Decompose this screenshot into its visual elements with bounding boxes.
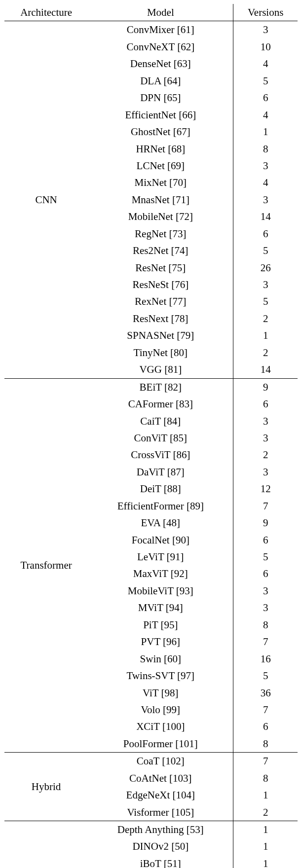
- model-name: CrossViT: [131, 449, 170, 461]
- citation-ref: 86: [176, 449, 187, 461]
- model-name: TinyNet: [134, 347, 168, 359]
- model-cell: MixNet [70]: [88, 174, 233, 191]
- versions-cell: 3: [233, 430, 298, 446]
- model-cell: EfficientNet [66]: [88, 107, 233, 123]
- versions-cell: 3: [233, 413, 298, 430]
- model-name: DeiT: [140, 483, 161, 495]
- citation-ref: 78: [175, 313, 185, 325]
- model-name: EfficientFormer: [117, 500, 184, 512]
- model-cell: RexNet [77]: [88, 293, 233, 310]
- model-name: LCNet: [137, 160, 165, 172]
- model-cell: ResNet [75]: [88, 259, 233, 276]
- architecture-cell: CNN: [4, 21, 88, 378]
- model-cell: LeViT [91]: [88, 548, 233, 565]
- architecture-cell: Transformer: [4, 378, 88, 753]
- versions-cell: 1: [233, 123, 298, 140]
- table-row: FoundationDepth Anything [53]1: [4, 821, 298, 838]
- model-cell: PVT [96]: [88, 633, 233, 650]
- model-cell: CoAtNet [103]: [88, 770, 233, 787]
- citation-ref: 99: [166, 704, 177, 716]
- citation-ref: 53: [190, 824, 200, 835]
- citation-ref: 100: [166, 721, 182, 732]
- model-cell: ResNeSt [76]: [88, 276, 233, 293]
- model-cell: MaxViT [92]: [88, 565, 233, 582]
- citation-ref: 95: [164, 619, 174, 631]
- versions-cell: 3: [233, 21, 298, 38]
- versions-cell: 7: [233, 633, 298, 650]
- versions-cell: 1: [233, 821, 298, 838]
- versions-cell: 2: [233, 446, 298, 463]
- model-cell: EdgeNeXt [104]: [88, 787, 233, 803]
- versions-cell: 3: [233, 276, 298, 293]
- citation-ref: 88: [167, 483, 178, 495]
- model-cell: RegNet [73]: [88, 225, 233, 242]
- citation-ref: 63: [177, 58, 188, 70]
- citation-ref: 68: [171, 143, 182, 155]
- table-row: TransformerBEiT [82]9: [4, 378, 298, 396]
- versions-cell: 6: [233, 89, 298, 106]
- model-name: DLA: [140, 75, 161, 87]
- versions-cell: 5: [233, 72, 298, 89]
- model-name: MViT: [138, 602, 163, 614]
- citation-ref: 96: [166, 636, 177, 648]
- model-name: PVT: [141, 636, 160, 648]
- model-name: EfficientNet: [125, 109, 176, 121]
- model-cell: DeiT [88]: [88, 480, 233, 497]
- citation-ref: 89: [190, 500, 200, 512]
- citation-ref: 83: [179, 398, 189, 410]
- model-name: FocalNet: [132, 534, 170, 546]
- versions-cell: 1: [233, 327, 298, 344]
- model-name: LeViT: [137, 551, 164, 563]
- model-name: ConvMixer: [127, 24, 175, 36]
- citation-ref: 65: [167, 92, 177, 104]
- citation-ref: 70: [173, 177, 183, 188]
- citation-ref: 84: [167, 415, 177, 427]
- model-name: Depth Anything: [117, 824, 184, 835]
- model-cell: HRNet [68]: [88, 141, 233, 157]
- model-cell: PiT [95]: [88, 616, 233, 633]
- model-name: PoolFormer: [123, 738, 173, 750]
- versions-cell: 2: [233, 344, 298, 361]
- model-name: iBoT: [140, 858, 161, 868]
- citation-ref: 48: [166, 517, 177, 529]
- citation-ref: 94: [169, 602, 180, 614]
- versions-cell: 6: [233, 718, 298, 735]
- citation-ref: 66: [182, 109, 192, 121]
- model-name: SPNASNet: [127, 329, 174, 341]
- versions-cell: 6: [233, 565, 298, 582]
- models-table: Architecture Model Versions CNNConvMixer…: [4, 4, 298, 868]
- model-cell: ConvNeXT [62]: [88, 38, 233, 55]
- model-name: Swin: [140, 653, 161, 665]
- model-cell: DINOv2 [50]: [88, 838, 233, 855]
- model-cell: ViT [98]: [88, 685, 233, 701]
- versions-cell: 1: [233, 838, 298, 855]
- versions-cell: 7: [233, 701, 298, 718]
- versions-cell: 3: [233, 464, 298, 480]
- model-cell: Swin [60]: [88, 651, 233, 667]
- versions-cell: 26: [233, 259, 298, 276]
- citation-ref: 87: [171, 466, 181, 478]
- citation-ref: 64: [167, 75, 177, 87]
- model-cell: iBoT [51]: [88, 855, 233, 868]
- model-name: MixNet: [135, 177, 167, 188]
- model-cell: MobileViT [93]: [88, 582, 233, 599]
- citation-ref: 79: [180, 329, 190, 341]
- versions-cell: 3: [233, 599, 298, 616]
- citation-ref: 91: [170, 551, 181, 563]
- versions-cell: 4: [233, 55, 298, 72]
- model-cell: DaViT [87]: [88, 464, 233, 480]
- citation-ref: 97: [181, 670, 191, 682]
- versions-cell: 8: [233, 770, 298, 787]
- citation-ref: 104: [176, 789, 192, 801]
- model-name: RexNet: [135, 295, 166, 307]
- model-cell: DenseNet [63]: [88, 55, 233, 72]
- versions-cell: 8: [233, 141, 298, 157]
- versions-cell: 4: [233, 107, 298, 123]
- citation-ref: 93: [180, 585, 190, 597]
- model-name: MobileNet: [128, 211, 173, 222]
- header-model: Model: [88, 4, 233, 21]
- table-row: CNNConvMixer [61]3: [4, 21, 298, 38]
- versions-cell: 1: [233, 855, 298, 868]
- versions-cell: 5: [233, 242, 298, 259]
- versions-cell: 7: [233, 498, 298, 514]
